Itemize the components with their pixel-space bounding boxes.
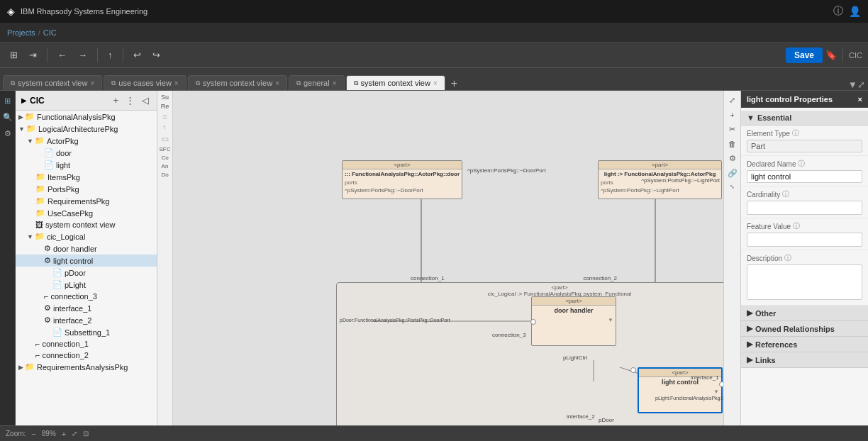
description-info-icon[interactable]: ⓘ	[784, 253, 791, 263]
element-type-info-icon[interactable]: ⓘ	[792, 128, 799, 138]
tree-item-n12[interactable]: ⚙door handler	[16, 242, 157, 255]
tree-icon-n19: 📄	[52, 328, 62, 337]
tree-item-n1[interactable]: ▶📁FunctionalAnalysisPkg	[16, 111, 157, 123]
door-actor-box[interactable]: <part> ::: FunctionalAnalysisPkg::ActorP…	[342, 160, 462, 199]
tool-co[interactable]: Co	[161, 155, 168, 161]
rt-zoom-in[interactable]: +	[725, 108, 740, 121]
tool-an[interactable]: An	[162, 163, 169, 169]
grid-button[interactable]: ⊞	[6, 47, 22, 63]
zoom-fit[interactable]: ⤢	[72, 430, 77, 437]
close-tab-4[interactable]: ×	[333, 79, 337, 87]
tree-item-n21[interactable]: ⌐connection_2	[16, 350, 157, 361]
undo-button[interactable]: ↩	[129, 47, 145, 63]
tree-arrow-n1[interactable]: ▶	[18, 113, 23, 121]
zoom-in[interactable]: +	[62, 430, 66, 438]
breadcrumb-cic[interactable]: CIC	[43, 28, 57, 37]
section-essential[interactable]: ▼ Essential	[741, 111, 868, 125]
export-button[interactable]: ↑	[104, 47, 117, 63]
tree-item-n18[interactable]: ⚙interface_2	[16, 314, 157, 326]
rt-settings2[interactable]: ⚙	[725, 152, 740, 165]
left-icon-model[interactable]: ⊞	[0, 94, 16, 108]
close-tab-5[interactable]: ×	[433, 79, 438, 87]
close-tab-1[interactable]: ×	[90, 79, 94, 87]
tree-item-n16[interactable]: ⌐connection_3	[16, 291, 157, 302]
tool-sfc[interactable]: SFC	[160, 146, 171, 152]
tree-item-n11[interactable]: ▼📁cic_Logical	[16, 230, 157, 242]
rt-expand[interactable]: ⤡	[725, 182, 740, 192]
tab-system-context-1[interactable]: ⧉ system context view ×	[3, 75, 102, 90]
cardinality-value[interactable]	[747, 201, 862, 215]
rt-zoom-fit[interactable]: ⤢	[725, 94, 740, 107]
cardinality-info-icon[interactable]: ⓘ	[782, 189, 789, 199]
tree-arrow-n22[interactable]: ▶	[18, 364, 23, 371]
door-handler-expand[interactable]: ▼	[608, 317, 613, 323]
tree-item-n15[interactable]: 📄pLight	[16, 279, 157, 291]
tree-item-n14[interactable]: 📄pDoor	[16, 267, 157, 279]
sidebar-menu-button[interactable]: ⋮	[123, 94, 137, 106]
tree-item-n6[interactable]: 📁ItemsPkg	[16, 171, 157, 183]
tree-arrow-n11[interactable]: ▼	[27, 233, 33, 240]
declared-name-info-icon[interactable]: ⓘ	[798, 159, 805, 169]
sidebar-collapse-button[interactable]: ◁	[140, 94, 151, 106]
rt-delete[interactable]: 🗑	[725, 138, 740, 150]
light-control-expand[interactable]: ▼	[713, 389, 719, 395]
main-container[interactable]: <part> cic_Logical :> FunctionalAnalysis…	[336, 282, 723, 440]
sidebar-add-button[interactable]: +	[111, 94, 121, 106]
rt-cut[interactable]: ✂	[725, 123, 740, 136]
left-icon-settings[interactable]: ⚙	[0, 126, 16, 141]
tree-item-n20[interactable]: ⌐connection_1	[16, 338, 157, 350]
canvas-area[interactable]: <part> ::: FunctionalAnalysisPkg::ActorP…	[173, 91, 723, 440]
tree-item-n19[interactable]: 📄Subsetting_1	[16, 326, 157, 338]
tree-item-n10[interactable]: 🖼system context view	[16, 219, 157, 230]
section-other[interactable]: ▶ Other	[741, 306, 868, 321]
tree-item-n2[interactable]: ▼📁LogicalArchitecturePkg	[16, 123, 157, 135]
tree-item-n13[interactable]: ⚙light control	[16, 255, 157, 267]
zoom-out[interactable]: −	[31, 430, 35, 438]
tab-new-window-icon-1: ⧉	[11, 79, 15, 87]
tree-item-n22[interactable]: ▶📁RequirementsAnalysisPkg	[16, 361, 157, 373]
tool-re[interactable]: Re	[161, 103, 169, 110]
section-links-arrow: ▶	[747, 355, 752, 364]
back-button[interactable]: ←	[53, 47, 71, 63]
breadcrumb-projects[interactable]: Projects	[7, 28, 35, 37]
help-icon[interactable]: ⓘ	[833, 5, 843, 18]
zoom-actual[interactable]: ⊡	[83, 430, 89, 437]
description-textarea[interactable]	[747, 264, 862, 300]
tree-item-n3[interactable]: ▼📁ActorPkg	[16, 135, 157, 147]
tab-system-context-2[interactable]: ⧉ system context view ×	[188, 75, 287, 90]
section-references[interactable]: ▶ References	[741, 337, 868, 352]
tab-use-cases[interactable]: ⧉ use cases view ×	[104, 75, 186, 90]
tree-item-n8[interactable]: 📁RequirementsPkg	[16, 195, 157, 207]
rt-link[interactable]: 🔗	[725, 167, 740, 180]
feature-value-value[interactable]	[747, 233, 862, 247]
redo-button[interactable]: ↪	[148, 47, 165, 63]
door-handler-box[interactable]: <part> door handler ▼	[531, 296, 616, 346]
save-button[interactable]: Save	[786, 48, 823, 63]
section-owned-relationships[interactable]: ▶ Owned Relationships	[741, 321, 868, 337]
save-icon[interactable]: 🔖	[825, 50, 837, 60]
close-tab-3[interactable]: ×	[275, 79, 279, 87]
tool-su[interactable]: Su	[161, 94, 169, 101]
tree-item-n9[interactable]: 📁UseCasePkg	[16, 207, 157, 219]
tab-system-context-active[interactable]: ⧉ system context view ×	[346, 75, 445, 90]
tree-item-n7[interactable]: 📁PortsPkg	[16, 183, 157, 195]
tab-maximize[interactable]: ⤢	[857, 79, 865, 90]
declared-name-input[interactable]	[747, 170, 862, 183]
tree-arrow-n3[interactable]: ▼	[27, 138, 33, 145]
tab-general[interactable]: ⧉ general ×	[289, 75, 345, 90]
tree-item-n4[interactable]: 📄door	[16, 147, 157, 159]
section-links[interactable]: ▶ Links	[741, 352, 868, 368]
props-close-icon[interactable]: ×	[858, 95, 862, 104]
share-button[interactable]: ⇥	[25, 47, 41, 63]
left-icon-search[interactable]: 🔍	[0, 110, 16, 125]
close-tab-2[interactable]: ×	[174, 79, 179, 87]
tree-arrow-n2[interactable]: ▼	[18, 125, 25, 133]
add-tab-button[interactable]: +	[447, 77, 462, 90]
tab-dropdown[interactable]: ▼	[848, 79, 857, 90]
tree-item-n17[interactable]: ⚙interface_1	[16, 302, 157, 314]
tree-item-n5[interactable]: 📄light	[16, 159, 157, 171]
forward-button[interactable]: →	[74, 47, 91, 63]
tool-do[interactable]: Do	[161, 172, 168, 178]
feature-value-info-icon[interactable]: ⓘ	[793, 221, 800, 231]
user-icon[interactable]: 👤	[849, 6, 861, 17]
